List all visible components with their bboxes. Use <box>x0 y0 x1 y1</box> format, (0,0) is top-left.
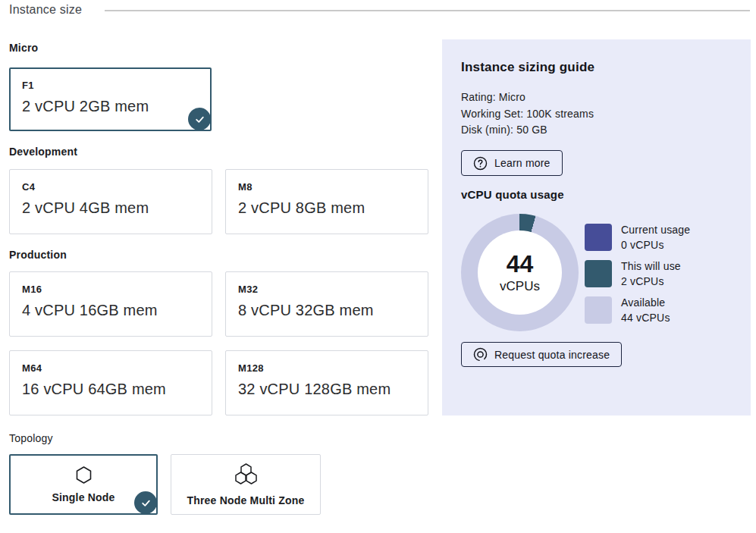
card-id: F1 <box>22 80 199 91</box>
selected-check-badge <box>188 108 211 130</box>
vcpu-donut: 44 vCPUs <box>461 214 579 331</box>
card-id: M32 <box>238 284 416 295</box>
legend-swatch-this-will-use <box>585 260 612 287</box>
learn-more-label: Learn more <box>494 157 551 169</box>
donut-center-unit: vCPUs <box>500 279 540 294</box>
guide-rating: Rating: Micro <box>461 89 594 106</box>
card-size: 2 vCPU 8GB mem <box>238 199 416 217</box>
guide-details: Rating: Micro Working Set: 100K streams … <box>461 89 594 139</box>
card-size: 16 vCPU 64GB mem <box>22 381 199 398</box>
card-id: C4 <box>22 181 199 193</box>
legend-entry-available: Available 44 vCPUs <box>585 295 690 325</box>
checkmark-icon <box>194 114 205 125</box>
instance-sizing-guide-panel: Instance sizing guide Rating: Micro Work… <box>442 39 751 415</box>
legend-entry-this-will-use: This will use 2 vCPUs <box>585 259 690 289</box>
topology-card-three-node-multi-zone[interactable]: Three Node Multi Zone <box>171 454 321 515</box>
quota-legend: Current usage 0 vCPUs This will use 2 vC… <box>585 222 690 325</box>
tier-label-production: Production <box>9 249 67 261</box>
card-size: 8 vCPU 32GB mem <box>238 302 416 319</box>
guide-disk-min: Disk (min): 50 GB <box>461 122 594 139</box>
page-title: Instance size <box>9 3 82 17</box>
request-quota-increase-button[interactable]: Request quota increase <box>461 342 622 367</box>
card-id: M16 <box>22 284 199 295</box>
legend-entry-current-usage: Current usage 0 vCPUs <box>585 222 690 252</box>
instance-card-m8[interactable]: M8 2 vCPU 8GB mem <box>225 169 428 234</box>
request-quota-increase-label: Request quota increase <box>494 349 610 361</box>
question-circle-icon <box>473 156 488 171</box>
card-size: 32 vCPU 128GB mem <box>238 381 416 398</box>
instance-size-screen: Instance size Micro F1 2 vCPU 2GB mem De… <box>0 0 756 533</box>
legend-value: 2 vCPUs <box>621 274 681 289</box>
selected-check-badge <box>134 491 157 514</box>
card-id: M8 <box>238 181 416 193</box>
legend-label: Current usage <box>621 222 690 237</box>
instance-card-c4[interactable]: C4 2 vCPU 4GB mem <box>9 169 212 234</box>
tier-label-micro: Micro <box>9 42 38 54</box>
checkmark-icon <box>140 497 152 509</box>
learn-more-button[interactable]: Learn more <box>461 150 563 176</box>
three-hexagons-icon <box>232 462 260 488</box>
guide-title: Instance sizing guide <box>461 60 594 75</box>
legend-swatch-available <box>585 296 612 324</box>
instance-card-m16[interactable]: M16 4 vCPU 16GB mem <box>9 271 212 337</box>
instance-card-m64[interactable]: M64 16 vCPU 64GB mem <box>9 350 212 415</box>
legend-swatch-current-usage <box>585 224 612 251</box>
card-size: 2 vCPU 2GB mem <box>22 98 199 115</box>
card-size: 4 vCPU 16GB mem <box>22 302 199 319</box>
guide-working-set: Working Set: 100K streams <box>461 106 594 123</box>
topology-label: Three Node Multi Zone <box>187 494 304 506</box>
single-hexagon-icon <box>75 466 93 484</box>
quota-increase-icon <box>473 347 488 362</box>
topology-label: Single Node <box>52 491 114 503</box>
tier-label-development: Development <box>9 146 77 158</box>
instance-card-f1[interactable]: F1 2 vCPU 2GB mem <box>9 67 212 131</box>
legend-label: This will use <box>621 259 681 274</box>
tier-label-topology: Topology <box>9 432 53 444</box>
quota-usage-title: vCPU quota usage <box>461 188 564 201</box>
card-id: M128 <box>238 362 416 374</box>
legend-label: Available <box>621 295 670 310</box>
header-divider <box>105 10 750 11</box>
instance-card-m128[interactable]: M128 32 vCPU 128GB mem <box>225 350 428 415</box>
topology-card-single-node[interactable]: Single Node <box>9 454 158 515</box>
legend-value: 0 vCPUs <box>621 237 690 252</box>
instance-card-m32[interactable]: M32 8 vCPU 32GB mem <box>225 271 428 337</box>
card-id: M64 <box>22 362 199 374</box>
legend-value: 44 vCPUs <box>621 310 670 325</box>
card-size: 2 vCPU 4GB mem <box>22 199 199 217</box>
donut-center: 44 vCPUs <box>478 230 562 315</box>
donut-center-value: 44 <box>507 251 534 277</box>
